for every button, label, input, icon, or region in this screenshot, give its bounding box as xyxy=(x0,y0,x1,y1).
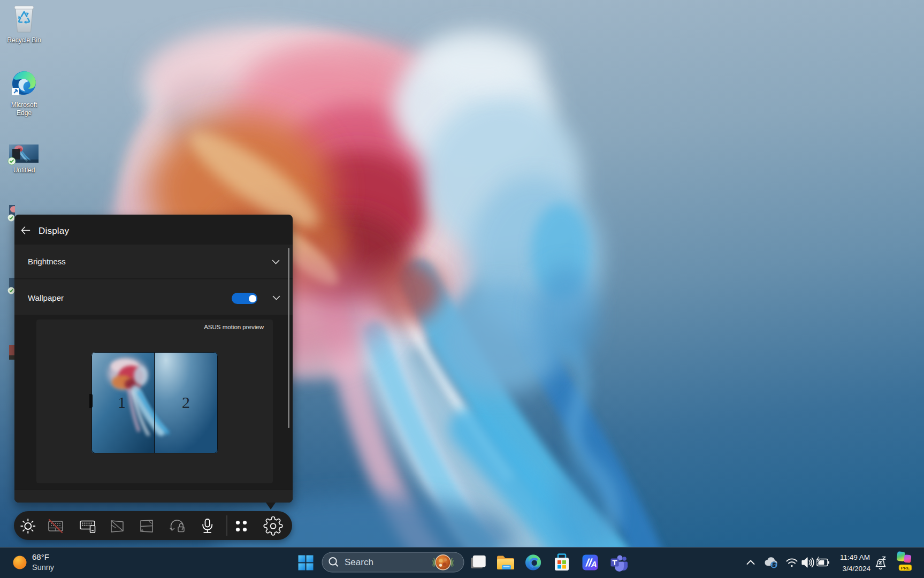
svg-text:11:49 AM: 11:49 AM xyxy=(840,553,870,561)
svg-text:3/4/2024: 3/4/2024 xyxy=(842,565,870,573)
svg-text:PRE: PRE xyxy=(901,566,910,571)
svg-text:Sunny: Sunny xyxy=(32,563,55,572)
svg-text:A: A xyxy=(591,560,597,568)
svg-text:Search: Search xyxy=(345,557,373,567)
svg-text:68°F: 68°F xyxy=(32,552,49,561)
